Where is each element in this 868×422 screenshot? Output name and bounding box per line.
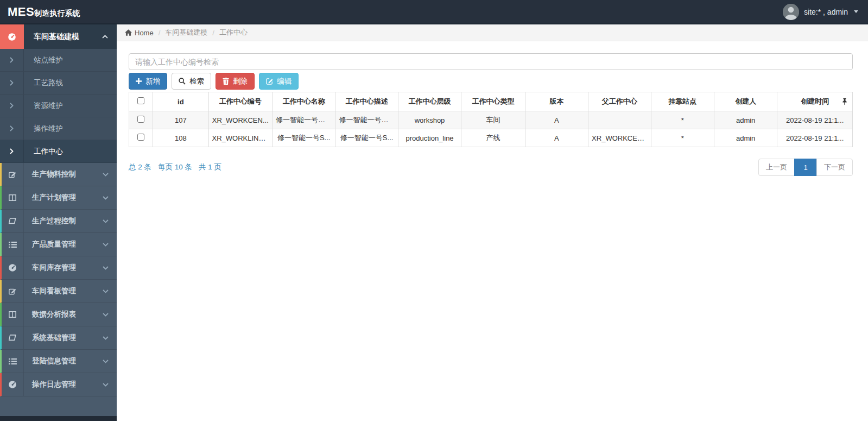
table-header-row: id工作中心编号工作中心名称工作中心描述工作中心层级工作中心类型版本父工作中心挂…	[129, 92, 853, 111]
columns-icon	[2, 303, 24, 326]
total-count: 总 2 条	[129, 162, 151, 172]
sidebar-subitem[interactable]: 资源维护	[0, 95, 117, 117]
chevron-down-icon	[103, 383, 109, 387]
column-header[interactable]: 工作中心层级	[398, 92, 461, 111]
page-count: 共 1 页	[199, 162, 221, 172]
column-header[interactable]: 工作中心名称	[272, 92, 335, 111]
app-logo[interactable]: MES 制造执行系统	[8, 5, 80, 19]
table-cell: admin	[714, 129, 777, 147]
sidebar-item-label: 生产物料控制	[24, 169, 103, 179]
chevron-right-icon	[0, 95, 24, 117]
sidebar-item[interactable]: 系统基础管理	[0, 326, 117, 350]
column-header[interactable]: 挂靠站点	[651, 92, 714, 111]
chevron-down-icon	[103, 243, 109, 247]
table-cell: 车间	[461, 111, 525, 129]
book-icon	[2, 326, 24, 349]
sidebar-subitem-label: 站点维护	[24, 55, 63, 65]
next-page-button[interactable]: 下一页	[816, 159, 853, 176]
sidebar-item[interactable]: 生产过程控制	[0, 210, 117, 233]
book-icon	[2, 210, 24, 232]
add-button-label: 新增	[145, 77, 160, 86]
table-cell: 107	[153, 111, 208, 129]
add-button[interactable]: 新增	[129, 73, 167, 90]
sidebar-item-label: 生产计划管理	[24, 193, 103, 203]
table-cell: workshop	[398, 111, 461, 129]
edit-button[interactable]: 编辑	[259, 73, 299, 90]
column-header[interactable]: id	[153, 92, 208, 111]
table-cell: XR_WORKCEN...	[588, 129, 651, 147]
chevron-down-icon	[103, 173, 109, 177]
sidebar-item[interactable]: 产品质量管理	[0, 233, 117, 256]
column-header[interactable]: 版本	[525, 92, 588, 111]
sidebar-item[interactable]: 生产计划管理	[0, 186, 117, 210]
table-cell: 修一智能一号车间	[335, 111, 398, 129]
sidebar-item-label: 车间看板管理	[24, 286, 103, 296]
breadcrumb: Home / 车间基础建模 / 工作中心	[117, 24, 868, 41]
chevron-up-icon	[102, 35, 108, 39]
prev-page-button[interactable]: 上一页	[758, 159, 795, 176]
app-logo-secondary: 制造执行系统	[34, 9, 80, 18]
table-cell: *	[651, 129, 714, 147]
workcenter-table: id工作中心编号工作中心名称工作中心描述工作中心层级工作中心类型版本父工作中心挂…	[129, 92, 853, 147]
breadcrumb-item-current: 工作中心	[219, 28, 248, 37]
sidebar-item[interactable]: 生产物料控制	[0, 163, 117, 186]
table-row: 107XR_WORKCEN...修一智能一号车间修一智能一号车间workshop…	[129, 111, 853, 129]
pin-icon[interactable]	[842, 98, 847, 105]
pencil-icon	[2, 280, 24, 303]
user-menu[interactable]: site:* , admin	[783, 4, 858, 20]
chevron-right-icon	[0, 72, 24, 94]
chevron-right-icon	[0, 140, 24, 162]
row-select-cell	[129, 129, 153, 147]
chevron-right-icon	[0, 49, 24, 71]
table-cell: XR_WORKCEN...	[208, 111, 272, 129]
avatar	[783, 4, 799, 20]
row-checkbox[interactable]	[137, 116, 144, 123]
sidebar-item[interactable]: 登陆信息管理	[0, 350, 117, 373]
sidebar-subitem[interactable]: 工作中心	[0, 140, 117, 163]
chevron-down-icon	[103, 289, 109, 293]
search-button[interactable]: 检索	[172, 73, 211, 90]
breadcrumb-separator: /	[159, 29, 161, 37]
sidebar-subitem[interactable]: 操作维护	[0, 117, 117, 140]
breadcrumb-item[interactable]: 车间基础建模	[165, 28, 207, 37]
pagination: 上一页 1 下一页	[758, 159, 853, 176]
search-icon	[179, 78, 186, 85]
table-footer: 总 2 条 每页 10 条 共 1 页 上一页 1 下一页	[129, 159, 853, 176]
sidebar-subitem[interactable]: 站点维护	[0, 49, 117, 72]
chevron-down-icon	[103, 219, 109, 223]
sidebar-item[interactable]: 车间看板管理	[0, 280, 117, 303]
list-icon	[2, 233, 24, 256]
select-all-checkbox[interactable]	[137, 97, 144, 104]
gauge-icon	[2, 256, 24, 279]
column-header[interactable]: 创建人	[714, 92, 777, 111]
sidebar-item-label: 登陆信息管理	[24, 356, 103, 366]
trash-icon	[223, 78, 229, 85]
table-cell: 2022-08-19 21:1...	[777, 111, 853, 129]
sidebar-item[interactable]: 操作日志管理	[0, 373, 117, 396]
chevron-down-icon	[103, 313, 109, 317]
search-button-label: 检索	[189, 77, 204, 86]
delete-button[interactable]: 删除	[216, 73, 255, 90]
sidebar-item-label: 车间基础建模	[24, 32, 102, 42]
page-button-1[interactable]: 1	[794, 159, 817, 176]
sidebar-subitem-label: 操作维护	[24, 124, 63, 134]
sidebar-item-workshop-modeling[interactable]: 车间基础建模	[0, 24, 117, 49]
column-header[interactable]: 工作中心类型	[461, 92, 525, 111]
sidebar-item[interactable]: 车间库存管理	[0, 256, 117, 280]
search-input[interactable]	[129, 53, 853, 70]
table-cell: admin	[714, 111, 777, 129]
breadcrumb-home[interactable]: Home	[125, 29, 154, 37]
sidebar-item[interactable]: 数据分析报表	[0, 303, 117, 326]
column-header[interactable]: 创建时间	[777, 92, 853, 111]
list-icon	[2, 350, 24, 373]
chevron-down-icon	[103, 266, 109, 270]
column-header[interactable]: 工作中心编号	[208, 92, 272, 111]
table-row: 108XR_WORKLINE...修一智能一号S...修一智能一号S...pro…	[129, 129, 853, 147]
column-header[interactable]: 工作中心描述	[335, 92, 398, 111]
column-header[interactable]: 父工作中心	[588, 92, 651, 111]
sidebar-subitem[interactable]: 工艺路线	[0, 72, 117, 95]
chevron-down-icon	[103, 336, 109, 340]
sidebar-items: 生产物料控制生产计划管理生产过程控制产品质量管理车间库存管理车间看板管理数据分析…	[0, 163, 117, 396]
row-checkbox[interactable]	[137, 134, 144, 141]
sidebar-item-label: 操作日志管理	[24, 380, 103, 389]
